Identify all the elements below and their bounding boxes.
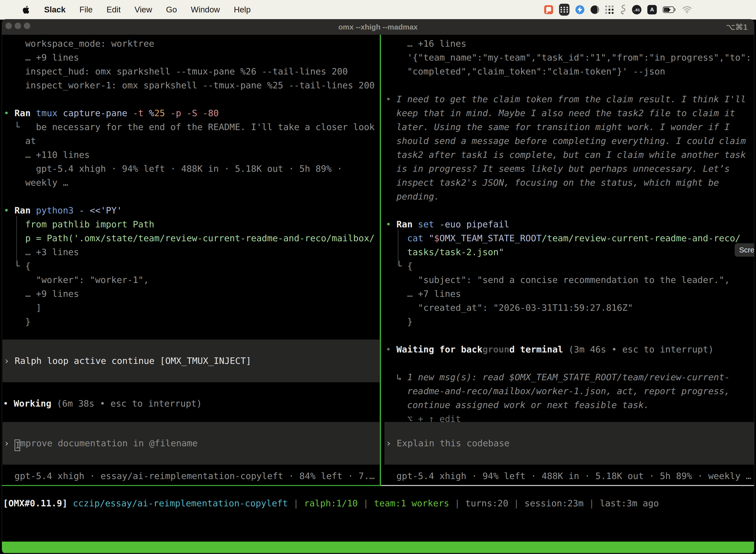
window-title: omx --xhigh --madmax <box>2 19 754 35</box>
terminal-content: workspace_mode: worktree … +9 lines insp… <box>2 35 754 554</box>
terminal-line: … +9 lines <box>4 287 380 301</box>
right-model-status: gpt-5.4 xhigh · 94% left · 488K in · 5.1… <box>386 469 751 483</box>
text-segment: ] <box>4 302 42 313</box>
prompt-chevron-icon: › <box>386 438 397 448</box>
text-segment: "worker": "worker-1", <box>4 275 149 285</box>
text-segment: … +9 lines <box>4 289 79 299</box>
dots-grid-icon[interactable] <box>605 5 614 14</box>
right-pane[interactable]: … +16 lines '{"team_name":"my-team","tas… <box>386 37 754 426</box>
text-segment: └ be necessary for the end of the README… <box>4 122 375 132</box>
right-prompt-input[interactable]: › Explain this codebase <box>384 422 754 465</box>
terminal-line: workspace_mode: worktree <box>4 37 380 51</box>
password-grid-icon[interactable] <box>559 4 569 16</box>
chat-app-icon[interactable] <box>544 5 553 14</box>
menu-help[interactable]: Help <box>234 5 251 14</box>
text-segment: } <box>4 317 30 327</box>
text-segment: -t <box>133 108 149 118</box>
text-segment: workspace_mode: worktree <box>4 39 154 49</box>
prompt-placeholder: Explain this codebase <box>397 438 509 448</box>
text-segment: inspect_worker-1: omx sparkshell --tmux-… <box>4 80 375 90</box>
text-segment: continue assigned work or next feasible … <box>386 400 649 410</box>
terminal-line: "created_at": "2026-03-31T11:59:27.816Z" <box>386 301 754 315</box>
text-segment: I need to get the claim token from the c… <box>396 94 746 104</box>
text-segment: " <box>429 233 434 243</box>
text-segment: "created_at": "2026-03-31T11:59:27.816Z" <box>386 302 633 313</box>
menu-window[interactable]: Window <box>191 5 220 14</box>
text-segment: … +7 lines <box>386 289 461 299</box>
text-segment: keep that in mind. Maybe I also need the… <box>386 108 735 118</box>
text-segment: | <box>363 498 374 508</box>
pane-divider[interactable] <box>380 35 381 486</box>
terminal-line: … +110 lines <box>4 148 380 162</box>
pane-border-active <box>2 485 380 486</box>
text-segment: Waiting for back <box>396 344 483 354</box>
text-segment: groun <box>483 344 509 354</box>
prompt-chevron-icon: › <box>4 438 15 448</box>
text-segment: | <box>589 498 600 508</box>
menu-bar: Slack File Edit View Go Window Help <box>0 0 756 19</box>
screen-tooltip: Scre <box>735 243 754 257</box>
menu-edit[interactable]: Edit <box>107 5 121 14</box>
menu-go[interactable]: Go <box>166 5 177 14</box>
menu-file[interactable]: File <box>79 5 92 14</box>
window-titlebar[interactable]: omx --xhigh --madmax ⌥⌘1 <box>2 19 754 35</box>
terminal-line <box>386 329 754 342</box>
text-segment: task2 after task1 is complete, but can I… <box>386 150 746 160</box>
app-menu-slack[interactable]: Slack <box>44 5 65 14</box>
menu-view[interactable]: View <box>134 5 152 14</box>
apple-menu-icon[interactable] <box>23 5 30 14</box>
battery-icon[interactable] <box>663 6 676 13</box>
text-segment: pending. <box>386 191 440 202</box>
text-segment: last:3m ago <box>600 498 659 508</box>
pie-app-icon[interactable] <box>590 5 599 14</box>
wifi-icon[interactable] <box>682 6 692 13</box>
terminal-line: keep that in mind. Maybe I also need the… <box>386 106 754 120</box>
text-segment: ↳ 1 new msg(s): read $OMX_TEAM_STATE_ROO… <box>386 372 730 382</box>
left-prompt-input[interactable]: › Improve documentation in @filename <box>2 422 379 465</box>
terminal-line <box>4 92 380 106</box>
text-segment: - <<'PY' <box>79 205 122 215</box>
tmux-status-bar: [omx-cczip0:bash* "MacBook-Pro-44.local"… <box>2 542 754 553</box>
text-segment: Ran <box>14 108 36 118</box>
window-shortcut-hint: ⌥⌘1 <box>726 19 748 35</box>
text-segment: "completed","claim_token":"claim-token"}… <box>386 66 665 76</box>
prompt-placeholder: mprove documentation in @filename <box>20 438 197 448</box>
terminal-line <box>386 204 754 217</box>
text-segment: • <box>386 344 396 354</box>
working-status-line: • Working (6m 38s • esc to interrupt) <box>3 397 202 410</box>
usage-badge-icon[interactable]: ..61 <box>632 5 641 14</box>
terminal-line: continue assigned work or next feasible … <box>386 398 754 412</box>
terminal-line: inspect_hud: omx sparkshell --tmux-pane … <box>4 64 380 78</box>
left-pane[interactable]: workspace_mode: worktree … +9 lines insp… <box>4 37 380 329</box>
text-segment: readme-and-reco/mailbox/worker-1.json, a… <box>386 386 730 396</box>
text-segment: turns:20 <box>465 498 514 508</box>
text-segment: -p -S -80 <box>170 108 219 118</box>
bolt-app-icon[interactable] <box>575 5 584 14</box>
text-segment: | <box>514 498 524 508</box>
text-segment: • <box>386 219 396 229</box>
text-segment: '{"team_name":"my-team","task_id":"1","f… <box>386 52 751 63</box>
terminal-line: └ { <box>386 259 754 273</box>
text-segment: | <box>455 498 465 508</box>
input-source-icon[interactable]: A <box>647 5 657 14</box>
terminal-line: • I need to get the claim token from the… <box>386 92 754 106</box>
terminal-line: "subject": "send a concise recommendatio… <box>386 273 754 287</box>
text-segment: python3 <box>36 205 79 215</box>
terminal-line: } <box>386 315 754 329</box>
text-segment: Ran <box>14 205 36 215</box>
terminal-line: should send a message before completing … <box>386 134 754 148</box>
hook-utility-icon[interactable] <box>620 5 626 15</box>
terminal-line: later. Using the same for transition mig… <box>386 120 754 134</box>
terminal-line: • Ran set -euo pipefail <box>386 217 754 231</box>
terminal-line: • Ran python3 - <<'PY' <box>4 204 380 217</box>
text-segment: Ran <box>396 219 418 229</box>
text-segment: at <box>4 136 36 146</box>
text-segment: cczip/essay/ai-reimplementation-copyleft <box>73 498 294 508</box>
terminal-line: … +9 lines <box>4 51 380 64</box>
text-segment: └ { <box>386 261 413 271</box>
text-segment: capture-pane <box>63 108 133 118</box>
text-segment: } <box>386 317 413 327</box>
terminal-line: task2 after task1 is complete, but can I… <box>386 148 754 162</box>
terminal-line: '{"team_name":"my-team","task_id":"1","f… <box>386 51 754 64</box>
text-segment: -euo pipefail <box>440 219 509 229</box>
